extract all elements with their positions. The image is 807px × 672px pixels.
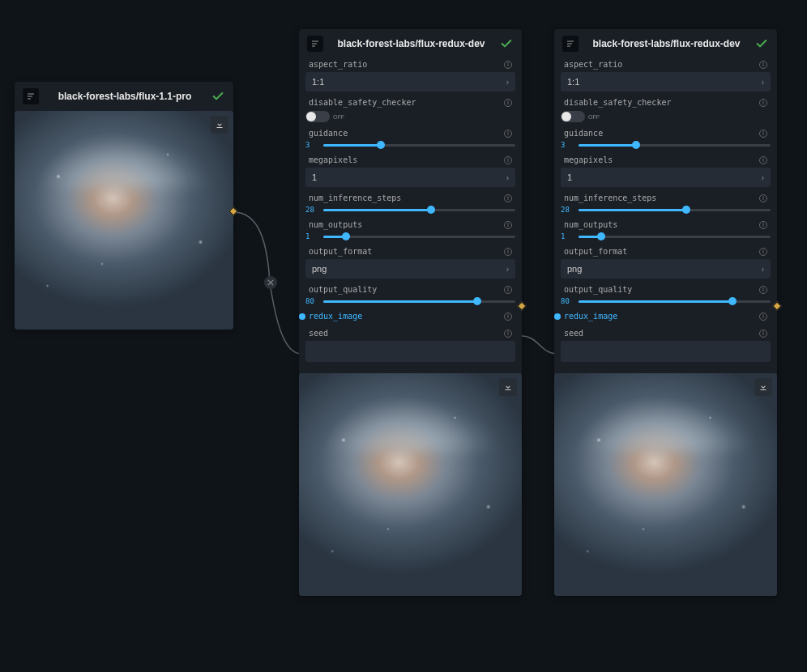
status-check-icon xyxy=(754,36,769,51)
info-icon[interactable]: i xyxy=(504,330,512,338)
info-icon[interactable]: i xyxy=(759,130,767,138)
chevron-right-icon: › xyxy=(762,265,764,274)
slider-value: 28 xyxy=(305,206,318,214)
param-num-outputs: num_outputs i 1 xyxy=(305,219,515,240)
chevron-right-icon: › xyxy=(762,173,764,182)
info-icon[interactable]: i xyxy=(504,130,512,138)
output-image[interactable] xyxy=(15,111,233,330)
param-aspect-ratio: aspect_ratio i 1:1 › xyxy=(561,58,771,91)
aspect-ratio-select[interactable]: 1:1 › xyxy=(561,72,771,91)
output-image[interactable] xyxy=(299,373,522,596)
replicate-logo-icon xyxy=(307,36,323,52)
output-format-select[interactable]: png › xyxy=(561,259,771,279)
safety-checker-toggle[interactable] xyxy=(305,111,330,122)
info-icon[interactable]: i xyxy=(504,221,512,229)
info-icon[interactable]: i xyxy=(759,61,767,69)
generated-image-placeholder xyxy=(554,373,777,596)
info-icon[interactable]: i xyxy=(759,248,767,256)
input-port[interactable] xyxy=(554,313,561,320)
info-icon[interactable]: i xyxy=(759,286,767,294)
param-seed: seed i xyxy=(561,327,771,362)
info-icon[interactable]: i xyxy=(759,99,767,107)
param-num-inference-steps: num_inference_steps i 28 xyxy=(305,192,515,214)
chevron-right-icon: › xyxy=(506,78,509,87)
chevron-right-icon: › xyxy=(506,265,509,274)
steps-slider[interactable] xyxy=(323,209,515,211)
node-flux-1.1-pro[interactable]: black-forest-labs/flux-1.1-pro xyxy=(15,82,233,330)
param-output-format: output_format i png › xyxy=(561,245,771,279)
param-label: disable_safety_checker xyxy=(309,98,416,107)
param-output-quality: output_quality i 80 xyxy=(305,283,515,305)
param-redux-image: redux_image i xyxy=(561,310,771,322)
info-icon[interactable]: i xyxy=(504,313,512,321)
node-title: black-forest-labs/flux-redux-dev xyxy=(330,38,493,49)
quality-slider[interactable] xyxy=(579,300,771,303)
slider-value: 80 xyxy=(305,297,318,305)
node-header[interactable]: black-forest-labs/flux-1.1-pro xyxy=(15,82,233,111)
output-port[interactable] xyxy=(772,301,781,310)
download-button[interactable] xyxy=(211,116,228,134)
slider-value: 80 xyxy=(561,297,574,305)
output-image[interactable] xyxy=(554,373,777,596)
param-label: output_format xyxy=(309,247,372,256)
seed-input[interactable] xyxy=(305,341,515,362)
output-port[interactable] xyxy=(517,301,526,310)
node-header[interactable]: black-forest-labs/flux-redux-dev xyxy=(299,29,522,58)
param-redux-image: redux_image i xyxy=(305,310,515,322)
outputs-slider[interactable] xyxy=(579,236,771,238)
param-label: guidance xyxy=(564,129,603,138)
toggle-state: OFF xyxy=(588,114,600,120)
info-icon[interactable]: i xyxy=(504,286,512,294)
param-label: disable_safety_checker xyxy=(564,98,671,107)
node-header[interactable]: black-forest-labs/flux-redux-dev xyxy=(554,29,777,58)
param-label: aspect_ratio xyxy=(564,60,622,69)
download-button[interactable] xyxy=(499,378,517,396)
seed-input[interactable] xyxy=(561,341,771,362)
param-label: num_outputs xyxy=(564,220,617,229)
param-label: output_format xyxy=(564,247,627,256)
safety-checker-toggle[interactable] xyxy=(561,111,585,122)
param-aspect-ratio: aspect_ratio i 1:1 › xyxy=(305,58,515,91)
megapixels-select[interactable]: 1 › xyxy=(305,168,515,187)
collapse-toggle[interactable] xyxy=(264,276,277,289)
input-port[interactable] xyxy=(299,313,305,320)
info-icon[interactable]: i xyxy=(759,221,767,229)
output-format-select[interactable]: png › xyxy=(305,259,515,279)
param-label: redux_image xyxy=(564,312,617,321)
info-icon[interactable]: i xyxy=(759,313,767,321)
steps-slider[interactable] xyxy=(579,209,771,211)
download-button[interactable] xyxy=(754,378,772,396)
param-label: num_outputs xyxy=(309,220,362,229)
status-check-icon xyxy=(499,36,514,51)
status-check-icon xyxy=(211,89,225,104)
param-disable-safety-checker: disable_safety_checker i OFF xyxy=(305,96,515,122)
node-flux-redux-dev-b[interactable]: black-forest-labs/flux-redux-dev aspect_… xyxy=(554,29,777,596)
info-icon[interactable]: i xyxy=(504,156,512,164)
replicate-logo-icon xyxy=(23,88,39,104)
aspect-ratio-select[interactable]: 1:1 › xyxy=(305,72,515,91)
info-icon[interactable]: i xyxy=(759,330,767,338)
info-icon[interactable]: i xyxy=(504,61,512,69)
chevron-right-icon: › xyxy=(506,173,509,182)
param-label: seed xyxy=(564,329,583,338)
param-label: num_inference_steps xyxy=(564,194,656,202)
info-icon[interactable]: i xyxy=(759,194,767,202)
slider-value: 3 xyxy=(305,141,318,149)
quality-slider[interactable] xyxy=(323,300,515,303)
info-icon[interactable]: i xyxy=(504,99,512,107)
param-output-format: output_format i png › xyxy=(305,245,515,279)
guidance-slider[interactable] xyxy=(579,144,771,147)
info-icon[interactable]: i xyxy=(504,248,512,256)
info-icon[interactable]: i xyxy=(759,156,767,164)
info-icon[interactable]: i xyxy=(504,194,512,202)
param-num-inference-steps: num_inference_steps i 28 xyxy=(561,192,771,214)
slider-value: 28 xyxy=(561,206,574,214)
param-label: redux_image xyxy=(309,312,362,321)
node-flux-redux-dev-a[interactable]: black-forest-labs/flux-redux-dev aspect_… xyxy=(299,29,522,596)
generated-image-placeholder xyxy=(15,111,233,330)
param-guidance: guidance i 3 xyxy=(561,127,771,149)
guidance-slider[interactable] xyxy=(323,144,515,147)
megapixels-select[interactable]: 1 › xyxy=(561,168,771,187)
node-title: black-forest-labs/flux-redux-dev xyxy=(585,38,748,49)
outputs-slider[interactable] xyxy=(323,236,515,238)
